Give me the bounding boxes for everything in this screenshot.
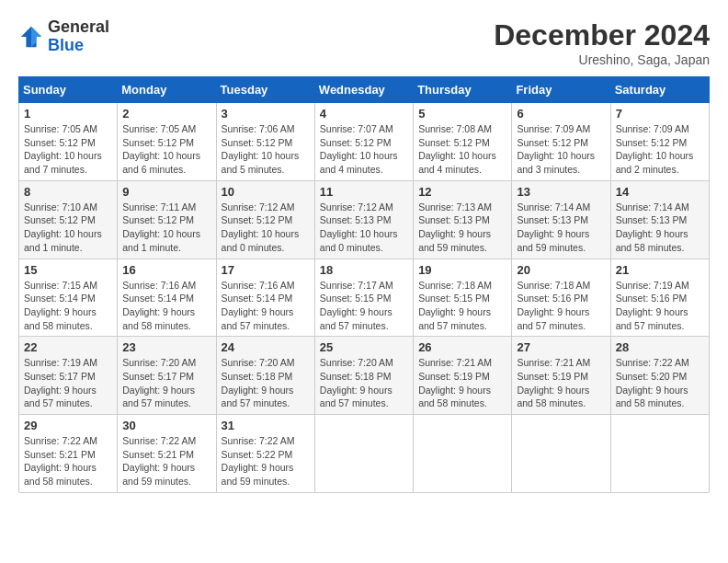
header-sunday: Sunday bbox=[19, 77, 118, 103]
day-detail: Sunrise: 7:19 AM Sunset: 5:16 PM Dayligh… bbox=[616, 279, 704, 333]
day-number: 18 bbox=[320, 263, 408, 277]
calendar-cell: 2 Sunrise: 7:05 AM Sunset: 5:12 PM Dayli… bbox=[118, 103, 216, 181]
day-detail: Sunrise: 7:05 AM Sunset: 5:12 PM Dayligh… bbox=[122, 122, 210, 177]
day-number: 27 bbox=[517, 340, 605, 354]
calendar-cell: 30 Sunrise: 7:22 AM Sunset: 5:21 PM Dayl… bbox=[118, 415, 216, 493]
day-detail: Sunrise: 7:07 AM Sunset: 5:12 PM Dayligh… bbox=[320, 122, 408, 177]
day-number: 9 bbox=[122, 185, 210, 199]
header-tuesday: Tuesday bbox=[216, 77, 314, 103]
logo-text: General Blue bbox=[48, 18, 109, 55]
day-detail: Sunrise: 7:05 AM Sunset: 5:12 PM Dayligh… bbox=[24, 122, 112, 177]
day-detail: Sunrise: 7:22 AM Sunset: 5:20 PM Dayligh… bbox=[616, 356, 704, 410]
calendar-cell: 24 Sunrise: 7:20 AM Sunset: 5:18 PM Dayl… bbox=[216, 337, 314, 415]
day-number: 24 bbox=[222, 340, 310, 354]
calendar-week-row: 15 Sunrise: 7:15 AM Sunset: 5:14 PM Dayl… bbox=[19, 259, 710, 337]
calendar-cell bbox=[610, 415, 709, 493]
day-detail: Sunrise: 7:17 AM Sunset: 5:15 PM Dayligh… bbox=[320, 279, 408, 333]
day-number: 10 bbox=[222, 185, 310, 199]
day-number: 20 bbox=[517, 263, 605, 277]
calendar-cell: 17 Sunrise: 7:16 AM Sunset: 5:14 PM Dayl… bbox=[216, 259, 314, 337]
calendar-cell: 15 Sunrise: 7:15 AM Sunset: 5:14 PM Dayl… bbox=[19, 259, 118, 337]
day-number: 21 bbox=[616, 263, 704, 277]
day-number: 13 bbox=[517, 185, 605, 199]
day-number: 14 bbox=[616, 185, 704, 199]
calendar-cell: 10 Sunrise: 7:12 AM Sunset: 5:12 PM Dayl… bbox=[216, 180, 314, 259]
logo-general: General bbox=[48, 18, 109, 37]
calendar-cell bbox=[414, 415, 512, 493]
day-number: 1 bbox=[24, 107, 112, 121]
day-number: 31 bbox=[222, 419, 310, 432]
day-number: 7 bbox=[616, 107, 704, 121]
day-detail: Sunrise: 7:20 AM Sunset: 5:18 PM Dayligh… bbox=[320, 356, 408, 410]
day-detail: Sunrise: 7:09 AM Sunset: 5:12 PM Dayligh… bbox=[616, 122, 704, 177]
day-number: 28 bbox=[616, 340, 704, 354]
header-saturday: Saturday bbox=[610, 77, 709, 103]
calendar-cell: 8 Sunrise: 7:10 AM Sunset: 5:12 PM Dayli… bbox=[19, 180, 118, 259]
day-detail: Sunrise: 7:16 AM Sunset: 5:14 PM Dayligh… bbox=[222, 279, 310, 333]
header-monday: Monday bbox=[118, 77, 216, 103]
day-detail: Sunrise: 7:20 AM Sunset: 5:17 PM Dayligh… bbox=[122, 356, 210, 410]
calendar-cell: 12 Sunrise: 7:13 AM Sunset: 5:13 PM Dayl… bbox=[414, 180, 512, 259]
calendar-cell: 25 Sunrise: 7:20 AM Sunset: 5:18 PM Dayl… bbox=[314, 337, 413, 415]
day-detail: Sunrise: 7:09 AM Sunset: 5:12 PM Dayligh… bbox=[517, 122, 605, 177]
day-number: 5 bbox=[418, 107, 506, 121]
calendar-cell: 23 Sunrise: 7:20 AM Sunset: 5:17 PM Dayl… bbox=[118, 337, 216, 415]
day-number: 16 bbox=[122, 263, 210, 277]
calendar-cell: 20 Sunrise: 7:18 AM Sunset: 5:16 PM Dayl… bbox=[512, 259, 610, 337]
day-detail: Sunrise: 7:15 AM Sunset: 5:14 PM Dayligh… bbox=[24, 279, 112, 333]
calendar-cell: 6 Sunrise: 7:09 AM Sunset: 5:12 PM Dayli… bbox=[512, 103, 610, 181]
calendar-cell: 21 Sunrise: 7:19 AM Sunset: 5:16 PM Dayl… bbox=[610, 259, 709, 337]
day-detail: Sunrise: 7:12 AM Sunset: 5:12 PM Dayligh… bbox=[222, 201, 310, 255]
logo-blue: Blue bbox=[48, 37, 109, 55]
day-detail: Sunrise: 7:19 AM Sunset: 5:17 PM Dayligh… bbox=[24, 356, 112, 410]
calendar-cell bbox=[314, 415, 413, 493]
day-number: 17 bbox=[222, 263, 310, 277]
calendar-cell: 13 Sunrise: 7:14 AM Sunset: 5:13 PM Dayl… bbox=[512, 180, 610, 259]
day-detail: Sunrise: 7:06 AM Sunset: 5:12 PM Dayligh… bbox=[222, 122, 310, 177]
day-detail: Sunrise: 7:18 AM Sunset: 5:16 PM Dayligh… bbox=[517, 279, 605, 333]
calendar-cell: 5 Sunrise: 7:08 AM Sunset: 5:12 PM Dayli… bbox=[414, 103, 512, 181]
calendar-cell: 3 Sunrise: 7:06 AM Sunset: 5:12 PM Dayli… bbox=[216, 103, 314, 181]
calendar-cell: 26 Sunrise: 7:21 AM Sunset: 5:19 PM Dayl… bbox=[414, 337, 512, 415]
day-number: 30 bbox=[122, 419, 210, 432]
day-number: 15 bbox=[24, 263, 112, 277]
day-detail: Sunrise: 7:08 AM Sunset: 5:12 PM Dayligh… bbox=[418, 122, 506, 177]
calendar-cell: 22 Sunrise: 7:19 AM Sunset: 5:17 PM Dayl… bbox=[19, 337, 118, 415]
weekday-header-row: Sunday Monday Tuesday Wednesday Thursday… bbox=[19, 77, 710, 103]
header-thursday: Thursday bbox=[414, 77, 512, 103]
day-number: 26 bbox=[418, 340, 506, 354]
day-detail: Sunrise: 7:20 AM Sunset: 5:18 PM Dayligh… bbox=[222, 356, 310, 410]
day-detail: Sunrise: 7:12 AM Sunset: 5:13 PM Dayligh… bbox=[320, 201, 408, 255]
calendar-cell: 9 Sunrise: 7:11 AM Sunset: 5:12 PM Dayli… bbox=[118, 180, 216, 259]
day-detail: Sunrise: 7:11 AM Sunset: 5:12 PM Dayligh… bbox=[122, 201, 210, 255]
calendar-cell: 28 Sunrise: 7:22 AM Sunset: 5:20 PM Dayl… bbox=[610, 337, 709, 415]
calendar-cell bbox=[512, 415, 610, 493]
calendar-week-row: 29 Sunrise: 7:22 AM Sunset: 5:21 PM Dayl… bbox=[19, 415, 710, 493]
calendar-table: Sunday Monday Tuesday Wednesday Thursday… bbox=[18, 76, 710, 493]
day-number: 23 bbox=[122, 340, 210, 354]
day-number: 12 bbox=[418, 185, 506, 199]
calendar-week-row: 1 Sunrise: 7:05 AM Sunset: 5:12 PM Dayli… bbox=[19, 103, 710, 181]
location: Ureshino, Saga, Japan bbox=[494, 52, 710, 67]
page-header: General Blue December 2024 Ureshino, Sag… bbox=[18, 18, 710, 67]
day-number: 29 bbox=[24, 419, 112, 432]
day-detail: Sunrise: 7:21 AM Sunset: 5:19 PM Dayligh… bbox=[517, 356, 605, 410]
calendar-cell: 7 Sunrise: 7:09 AM Sunset: 5:12 PM Dayli… bbox=[610, 103, 709, 181]
day-detail: Sunrise: 7:22 AM Sunset: 5:21 PM Dayligh… bbox=[122, 434, 210, 488]
day-detail: Sunrise: 7:18 AM Sunset: 5:15 PM Dayligh… bbox=[418, 279, 506, 333]
title-section: December 2024 Ureshino, Saga, Japan bbox=[494, 18, 710, 67]
calendar-cell: 27 Sunrise: 7:21 AM Sunset: 5:19 PM Dayl… bbox=[512, 337, 610, 415]
calendar-cell: 11 Sunrise: 7:12 AM Sunset: 5:13 PM Dayl… bbox=[314, 180, 413, 259]
day-number: 3 bbox=[222, 107, 310, 121]
calendar-cell: 14 Sunrise: 7:14 AM Sunset: 5:13 PM Dayl… bbox=[610, 180, 709, 259]
day-number: 22 bbox=[24, 340, 112, 354]
header-wednesday: Wednesday bbox=[314, 77, 413, 103]
day-detail: Sunrise: 7:14 AM Sunset: 5:13 PM Dayligh… bbox=[616, 201, 704, 255]
day-detail: Sunrise: 7:10 AM Sunset: 5:12 PM Dayligh… bbox=[24, 201, 112, 255]
day-detail: Sunrise: 7:16 AM Sunset: 5:14 PM Dayligh… bbox=[122, 279, 210, 333]
calendar-cell: 18 Sunrise: 7:17 AM Sunset: 5:15 PM Dayl… bbox=[314, 259, 413, 337]
calendar-cell: 4 Sunrise: 7:07 AM Sunset: 5:12 PM Dayli… bbox=[314, 103, 413, 181]
day-number: 2 bbox=[122, 107, 210, 121]
day-detail: Sunrise: 7:13 AM Sunset: 5:13 PM Dayligh… bbox=[418, 201, 506, 255]
day-number: 8 bbox=[24, 185, 112, 199]
